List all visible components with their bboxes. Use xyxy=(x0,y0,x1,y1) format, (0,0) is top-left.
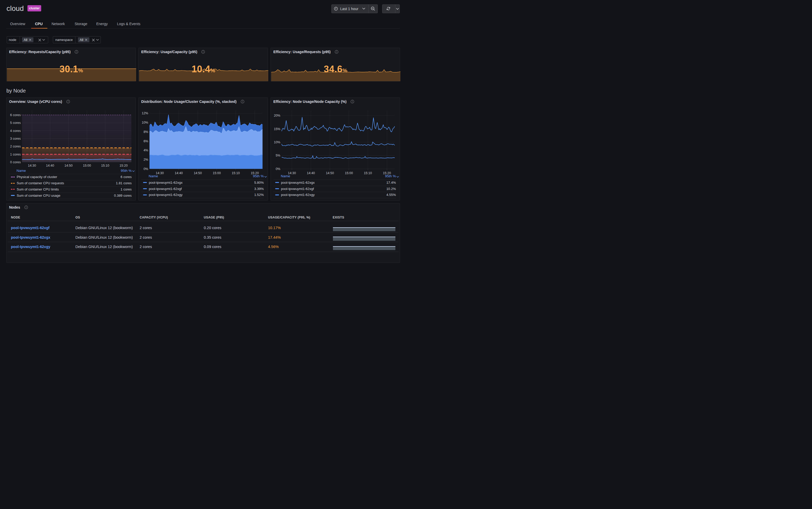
svg-text:6%: 6% xyxy=(144,139,148,143)
svg-text:4 cores: 4 cores xyxy=(10,129,21,132)
svg-text:20%: 20% xyxy=(274,114,280,117)
svg-text:2%: 2% xyxy=(144,158,148,162)
svg-text:0%: 0% xyxy=(276,167,280,171)
svg-text:5%: 5% xyxy=(276,154,280,157)
svg-text:0%: 0% xyxy=(144,167,148,171)
svg-text:14:30: 14:30 xyxy=(28,164,36,167)
svg-text:15%: 15% xyxy=(274,127,280,131)
svg-text:15:10: 15:10 xyxy=(101,164,109,167)
svg-text:14:40: 14:40 xyxy=(46,164,54,167)
svg-text:15:00: 15:00 xyxy=(213,171,221,175)
svg-text:15:00: 15:00 xyxy=(83,164,91,167)
svg-text:10%: 10% xyxy=(142,121,148,125)
svg-text:14:50: 14:50 xyxy=(194,171,202,175)
svg-text:10%: 10% xyxy=(274,140,280,144)
svg-text:14:40: 14:40 xyxy=(307,171,315,175)
svg-text:14:50: 14:50 xyxy=(326,171,334,175)
svg-text:1 cores: 1 cores xyxy=(10,152,21,156)
svg-text:2 cores: 2 cores xyxy=(10,145,21,148)
svg-text:0 cores: 0 cores xyxy=(10,160,21,164)
svg-text:5 cores: 5 cores xyxy=(10,121,21,125)
svg-text:14:50: 14:50 xyxy=(65,164,73,167)
svg-text:14:40: 14:40 xyxy=(175,171,183,175)
svg-text:8%: 8% xyxy=(144,130,148,133)
svg-text:4%: 4% xyxy=(144,148,148,152)
svg-text:12%: 12% xyxy=(142,111,148,115)
svg-text:3 cores: 3 cores xyxy=(10,137,21,140)
svg-text:15:00: 15:00 xyxy=(345,171,353,175)
svg-text:6 cores: 6 cores xyxy=(10,113,21,116)
svg-text:15:20: 15:20 xyxy=(119,164,128,167)
